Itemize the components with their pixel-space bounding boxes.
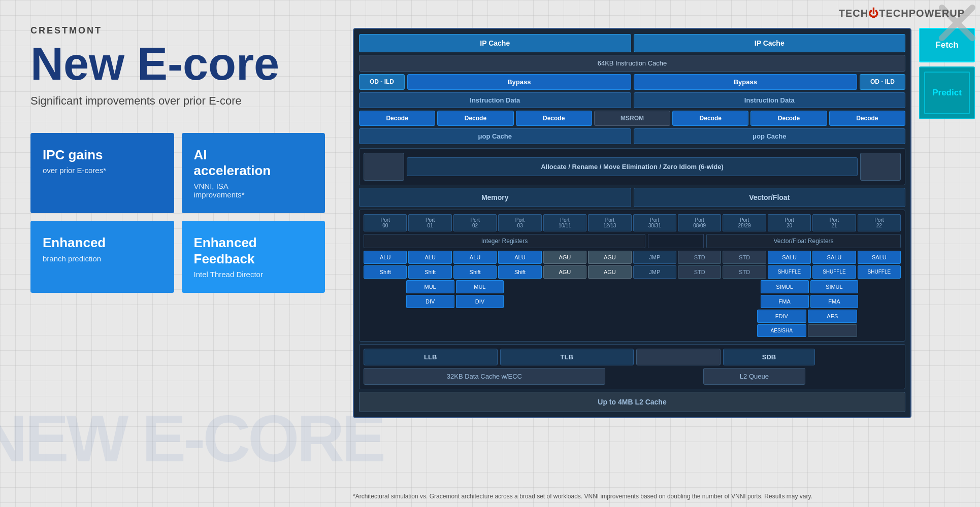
bypass-left: Bypass: [407, 74, 631, 90]
msrom: MSROM: [594, 111, 670, 126]
feedback-title: EnhancedFeedback: [194, 235, 313, 266]
page-main-title: New E-core: [30, 41, 305, 87]
llb: LLB: [364, 349, 498, 365]
od-ild-right: OD - ILD: [860, 74, 905, 90]
agu-4: AGU: [588, 265, 631, 279]
uop-cache-right: μop Cache: [634, 128, 906, 144]
memory-vector-row: Memory Vector/Float: [359, 188, 905, 207]
uop-cache-row: μop Cache μop Cache: [359, 128, 905, 144]
feature-enhanced-branch: Enhanced branch prediction: [30, 221, 174, 292]
mul-1: MUL: [406, 280, 454, 293]
od-ild-row: OD - ILD Bypass Bypass OD - ILD: [359, 74, 905, 90]
exec-empty-4: [591, 280, 632, 293]
instruction-data-left: Instruction Data: [359, 92, 631, 108]
decode-6: Decode: [829, 111, 905, 126]
cache-spacer: [636, 349, 721, 365]
shuffle-3: SHUFFLE: [858, 265, 901, 279]
exec-empty-26: [859, 310, 901, 323]
aes: AES: [808, 310, 857, 323]
exec-empty-31: [538, 324, 580, 337]
decode-3: Decode: [516, 111, 592, 126]
features-grid: IPC gains over prior E-cores* AIaccelera…: [30, 133, 325, 293]
div-1: DIV: [406, 295, 454, 308]
exec-empty-8: [860, 280, 901, 293]
branch-title: Enhanced: [43, 235, 162, 251]
exec-empty-3: [548, 280, 589, 293]
exec-empty-27: [364, 324, 406, 337]
data-cache-row: 32KB Data Cache w/ECC L2 Queue: [364, 368, 901, 385]
exec-empty-7: [718, 280, 759, 293]
memory-label: Memory: [359, 188, 631, 207]
decode-1: Decode: [359, 111, 435, 126]
page-subtitle: CRESTMONT: [30, 25, 305, 36]
aes-sha: AES/SHA: [757, 324, 806, 337]
predict-label: Predict: [932, 88, 962, 97]
exec-empty-29: [451, 324, 493, 337]
exec-empty-22: [582, 310, 624, 323]
predict-box: Predict: [919, 66, 975, 119]
simul-1: SIMUL: [761, 280, 809, 293]
ports-row: Port00 Port01 Port02 Port03 Port10/11 Po…: [364, 214, 901, 231]
feature-ai-acceleration: AIacceleration VNNI, ISAimprovements*: [182, 133, 325, 213]
instruction-cache: 64KB Instruction Cache: [359, 55, 905, 72]
spacer-mid: [608, 368, 701, 385]
fma-1: FMA: [761, 295, 809, 308]
ipc-gains-title: IPC gains: [43, 147, 162, 163]
alu-4: ALU: [498, 251, 541, 264]
alu-1: ALU: [364, 251, 407, 264]
bypass-right: Bypass: [634, 74, 858, 90]
ai-title: AIacceleration: [194, 147, 313, 179]
data-cache: 32KB Data Cache w/ECC: [364, 368, 605, 385]
exec-empty-36: [859, 324, 901, 337]
exec-empty-24: [670, 310, 712, 323]
exec-empty-5: [633, 280, 674, 293]
exec-empty-12: [591, 295, 632, 308]
exec-empty-30: [495, 324, 537, 337]
ip-cache-row: IP Cache IP Cache: [359, 34, 905, 52]
l2-queue: L2 Queue: [703, 368, 805, 385]
fma-2: FMA: [810, 295, 859, 308]
jmp-2: JMP: [633, 265, 676, 279]
exec-empty-25: [713, 310, 756, 323]
diagram-container: IP Cache IP Cache 64KB Instruction Cache…: [353, 28, 911, 418]
exec-row-5: FDIV AES: [364, 310, 901, 323]
port-10-11: Port10/11: [543, 214, 586, 231]
exec-empty-18: [407, 310, 449, 323]
decode-4: Decode: [672, 111, 748, 126]
branch-sub: branch prediction: [43, 254, 162, 263]
registers-row: Integer Registers Vector/Float Registers: [364, 234, 901, 248]
exec-empty-20: [495, 310, 537, 323]
mul-2: MUL: [456, 280, 504, 293]
tlb: TLB: [500, 349, 634, 365]
exec-row-6: AES/SHA: [364, 324, 901, 337]
feature-ipc-gains: IPC gains over prior E-cores*: [30, 133, 174, 213]
std-1: STD: [678, 251, 721, 264]
ip-cache-right: IP Cache: [634, 34, 906, 52]
shift-1: Shift: [364, 265, 407, 279]
exec-empty-28: [407, 324, 449, 337]
port-22: Port22: [858, 214, 901, 231]
exec-row-2: Shift Shift Shift Shift AGU AGU JMP STD …: [364, 265, 901, 279]
std-3: STD: [678, 265, 721, 279]
exec-empty-11: [548, 295, 589, 308]
allocate-rename-section: Allocate / Rename / Move Elimination / Z…: [359, 148, 905, 185]
exec-row-3: MUL MUL SIMUL SIMUL: [364, 280, 901, 293]
agu-2: AGU: [588, 251, 631, 264]
exec-empty-2: [505, 280, 546, 293]
salu-3: SALU: [858, 251, 901, 264]
empty-slot: [808, 324, 857, 337]
agu-1: AGU: [543, 251, 586, 264]
power-icon: ⏻: [868, 8, 879, 19]
sdb: SDB: [723, 349, 815, 365]
watermark-text: NEW E-CORE: [0, 400, 383, 477]
feedback-sub: Intel Thread Director: [194, 270, 313, 279]
alu-3: ALU: [453, 251, 497, 264]
footnote: *Architectural simulation vs. Gracemont …: [353, 492, 911, 501]
exec-row-4: DIV DIV FMA FMA: [364, 295, 901, 308]
fdiv: FDIV: [757, 310, 806, 323]
feature-enhanced-feedback: EnhancedFeedback Intel Thread Director: [182, 221, 325, 292]
exec-empty-32: [582, 324, 624, 337]
port-28-29: Port28/29: [723, 214, 766, 231]
exec-empty-1: [364, 280, 405, 293]
exec-empty-17: [364, 310, 406, 323]
